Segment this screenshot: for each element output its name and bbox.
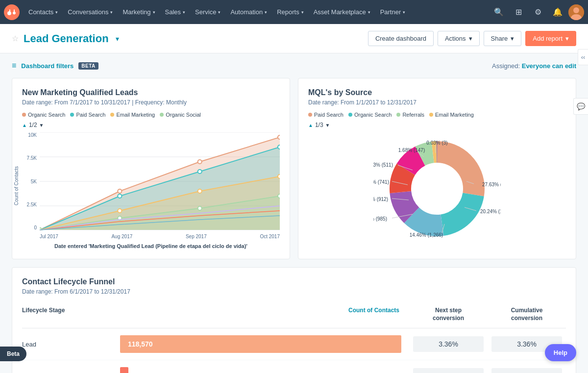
- svg-point-17: [198, 170, 202, 174]
- marketplace-icon[interactable]: ⊞: [510, 3, 527, 21]
- chart1-next-arrow[interactable]: ▼: [39, 123, 44, 128]
- collapse-panel[interactable]: ‹‹: [578, 49, 588, 65]
- svg-point-11: [118, 189, 122, 193]
- svg-text:27.63% (2,420): 27.63% (2,420): [482, 182, 501, 187]
- chart-mql-by-source: MQL's by Source Date range: From 1/1/201…: [298, 78, 576, 259]
- actions-button[interactable]: Actions ▾: [438, 31, 480, 46]
- dashboard-filters-label[interactable]: Dashboard filters: [21, 62, 74, 70]
- funnel-col-cumulative: Cumulativeconversion: [488, 307, 566, 322]
- beta-pill-area: Beta: [0, 347, 26, 361]
- chart1-date: Date range: From 7/1/2017 to 10/31/2017 …: [22, 99, 280, 106]
- nav-asset-marketplace[interactable]: Asset Marketplace▾: [309, 0, 375, 24]
- user-avatar[interactable]: [568, 4, 584, 20]
- svg-text:5.83% (511): 5.83% (511): [373, 162, 393, 168]
- title-dropdown-icon[interactable]: ▾: [116, 35, 119, 43]
- svg-point-13: [278, 135, 280, 139]
- assigned-area: Assigned: Everyone can edit: [492, 62, 576, 70]
- page-title: Lead Generation: [24, 32, 109, 45]
- chart1-title: New Marketing Qualified Leads: [22, 88, 280, 97]
- lead-stage-label: Lead: [22, 341, 120, 348]
- mql-next-step: 42.22%: [409, 366, 488, 373]
- nav-contacts[interactable]: Contacts▾: [24, 0, 63, 24]
- share-button[interactable]: Share ▾: [484, 31, 522, 46]
- filters-left: ≡ Dashboard filters BETA: [12, 61, 98, 70]
- svg-point-18: [278, 145, 280, 149]
- favorite-icon[interactable]: ☆: [12, 34, 19, 43]
- charts-row: New Marketing Qualified Leads Date range…: [12, 78, 576, 259]
- legend-paid-search: Paid Search: [70, 112, 105, 118]
- svg-text:11.25% (985): 11.25% (985): [373, 216, 387, 222]
- nav-conversations[interactable]: Conversations▾: [63, 0, 118, 24]
- chevron-left-icon: ‹‹: [581, 54, 585, 61]
- filter-lines-icon: ≡: [12, 61, 16, 70]
- legend-organic-search: Organic Search: [22, 112, 65, 118]
- svg-point-12: [198, 160, 202, 164]
- svg-point-0: [4, 4, 20, 20]
- svg-point-28: [278, 194, 280, 198]
- svg-point-27: [198, 206, 202, 210]
- svg-point-22: [198, 189, 202, 193]
- nav-right: 🔍 ⊞ ⚙ 🔔: [490, 3, 584, 21]
- chart1-nav: ▲ 1/2 ▼: [22, 122, 280, 128]
- mql-bar-fill: [120, 367, 128, 373]
- lead-bar-cell: 118,570: [120, 335, 409, 353]
- chart2-nav: ▲ 1/3 ▼: [308, 122, 566, 128]
- legend-paid-search2: Paid Search: [308, 112, 343, 118]
- top-navigation: Contacts▾ Conversations▾ Marketing▾ Sale…: [0, 0, 588, 24]
- add-report-button[interactable]: Add report ▾: [525, 31, 576, 46]
- legend-organic-social: Organic Social: [160, 112, 201, 118]
- svg-text:1.68% (147): 1.68% (147): [398, 148, 425, 153]
- svg-point-23: [278, 174, 280, 178]
- beta-badge: BETA: [78, 62, 98, 70]
- chart1-x-label: Date entered 'Marketing Qualified Lead (…: [22, 243, 280, 249]
- legend-referrals: Referrals: [396, 112, 424, 118]
- chart-new-mql: New Marketing Qualified Leads Date range…: [12, 78, 290, 259]
- nav-reports[interactable]: Reports▾: [272, 0, 309, 24]
- nav-service[interactable]: Service▾: [190, 0, 225, 24]
- legend-organic-search2: Organic Search: [348, 112, 392, 118]
- page-header: ☆ Lead Generation ▾ Create dashboard Act…: [0, 24, 588, 53]
- nav-sales[interactable]: Sales▾: [160, 0, 191, 24]
- funnel-header: Lifecycle Stage Count of Contacts Next s…: [22, 303, 566, 328]
- nav-marketing[interactable]: Marketing▾: [118, 0, 160, 24]
- comment-panel[interactable]: 💬: [573, 98, 588, 115]
- settings-icon[interactable]: ⚙: [529, 3, 547, 21]
- chart2-date: Date range: From 1/1/2017 to 12/31/2017: [308, 99, 566, 106]
- y-axis-label: Count of Contacts: [14, 166, 19, 205]
- beta-button[interactable]: Beta: [0, 347, 26, 361]
- chart1-area: 10K 7.5K 5K 2.5K 0: [22, 132, 280, 239]
- svg-text:20.24% (1,773): 20.24% (1,773): [480, 209, 501, 214]
- dashboard-area: ≡ Dashboard filters BETA Assigned: Every…: [0, 53, 588, 373]
- nav-items: Contacts▾ Conversations▾ Marketing▾ Sale…: [24, 0, 490, 24]
- svg-text:8.46% (741): 8.46% (741): [373, 179, 389, 185]
- legend-email-marketing: Email Marketing: [110, 112, 155, 118]
- nav-automation[interactable]: Automation▾: [225, 0, 272, 24]
- funnel-row-mql: Marketing Qualified Lead 3,984 42.22% 1.…: [22, 360, 566, 373]
- funnel-col-count: Count of Contacts: [120, 307, 409, 322]
- chart2-area: 27.63% (2,420) 20.24% (1,773) 14.46% (1,…: [308, 132, 566, 245]
- x-axis: Jul 2017 Aug 2017 Sep 2017 Oct 2017: [40, 234, 280, 239]
- svg-text:0.03% (3): 0.03% (3): [426, 140, 447, 146]
- chart2-next-arrow[interactable]: ▼: [325, 123, 330, 128]
- chart1-prev-arrow[interactable]: ▲: [22, 123, 27, 128]
- svg-text:14.46% (1,266): 14.46% (1,266): [410, 232, 443, 238]
- nav-partner[interactable]: Partner▾: [375, 0, 411, 24]
- chart2-legend: Paid Search Organic Search Referrals Ema…: [308, 112, 566, 118]
- funnel-col-next: Next stepconversion: [409, 307, 488, 322]
- comment-icon: 💬: [577, 102, 585, 110]
- notifications-icon[interactable]: 🔔: [549, 3, 566, 21]
- logo[interactable]: [4, 4, 20, 20]
- lead-next-step: 3.36%: [409, 334, 488, 354]
- header-actions: Create dashboard Actions ▾ Share ▾ Add r…: [368, 31, 576, 46]
- svg-point-2: [573, 7, 579, 13]
- chart2-prev-arrow[interactable]: ▲: [308, 123, 313, 128]
- create-dashboard-button[interactable]: Create dashboard: [368, 31, 434, 46]
- mql-bar-cell: 3,984: [120, 367, 409, 373]
- mql-cumulative: 1.42%: [488, 366, 566, 373]
- help-button[interactable]: Help: [545, 344, 576, 361]
- chart2-title: MQL's by Source: [308, 88, 566, 97]
- mql-bar-track: 3,984: [120, 367, 401, 373]
- assigned-link[interactable]: Everyone can edit: [522, 62, 576, 70]
- search-icon[interactable]: 🔍: [490, 3, 508, 21]
- lead-bar: 118,570: [120, 335, 401, 353]
